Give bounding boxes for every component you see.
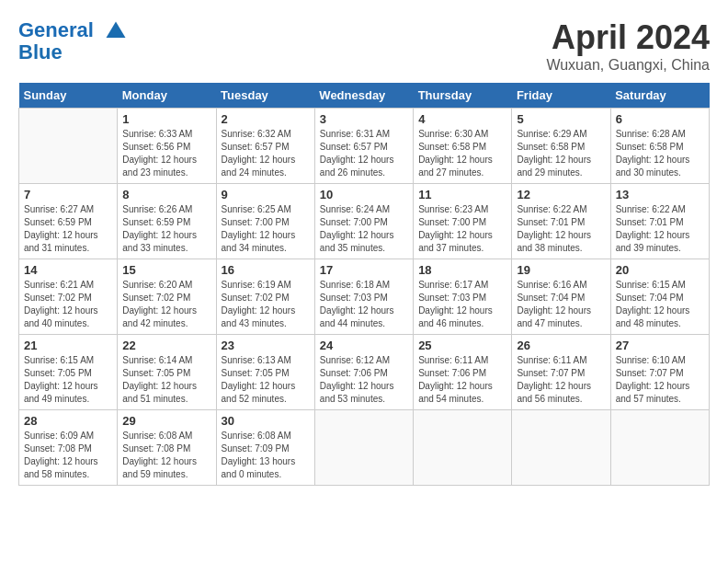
day-info: Sunrise: 6:18 AM Sunset: 7:03 PM Dayligh… bbox=[320, 279, 408, 330]
weekday-friday: Friday bbox=[512, 83, 610, 109]
day-info: Sunrise: 6:32 AM Sunset: 6:57 PM Dayligh… bbox=[222, 128, 310, 179]
location: Wuxuan, Guangxi, China bbox=[546, 57, 710, 74]
day-info: Sunrise: 6:11 AM Sunset: 7:06 PM Dayligh… bbox=[418, 354, 506, 406]
day-info: Sunrise: 6:16 AM Sunset: 7:04 PM Dayligh… bbox=[517, 279, 605, 330]
day-number: 22 bbox=[122, 339, 210, 352]
calendar-cell: 26Sunrise: 6:11 AM Sunset: 7:07 PM Dayli… bbox=[512, 335, 610, 410]
calendar-cell: 11Sunrise: 6:23 AM Sunset: 7:00 PM Dayli… bbox=[414, 184, 512, 259]
calendar-cell: 15Sunrise: 6:20 AM Sunset: 7:02 PM Dayli… bbox=[118, 259, 216, 335]
day-number: 16 bbox=[222, 263, 310, 277]
calendar-cell: 4Sunrise: 6:30 AM Sunset: 6:58 PM Daylig… bbox=[414, 109, 512, 184]
calendar-cell: 9Sunrise: 6:25 AM Sunset: 7:00 PM Daylig… bbox=[216, 184, 314, 259]
calendar-cell: 16Sunrise: 6:19 AM Sunset: 7:02 PM Dayli… bbox=[216, 259, 314, 335]
day-number: 24 bbox=[320, 339, 408, 352]
day-info: Sunrise: 6:10 AM Sunset: 7:07 PM Dayligh… bbox=[616, 354, 704, 406]
week-row-5: 28Sunrise: 6:09 AM Sunset: 7:08 PM Dayli… bbox=[19, 410, 710, 486]
day-number: 27 bbox=[616, 339, 704, 352]
day-number: 15 bbox=[122, 263, 210, 277]
day-number: 13 bbox=[616, 188, 704, 201]
weekday-thursday: Thursday bbox=[414, 83, 512, 109]
day-number: 2 bbox=[222, 112, 310, 126]
day-info: Sunrise: 6:31 AM Sunset: 6:57 PM Dayligh… bbox=[320, 128, 408, 179]
calendar-cell bbox=[512, 410, 610, 486]
calendar-cell bbox=[19, 109, 118, 184]
day-number: 7 bbox=[24, 188, 112, 201]
calendar-cell: 14Sunrise: 6:21 AM Sunset: 7:02 PM Dayli… bbox=[19, 259, 118, 335]
day-number: 20 bbox=[616, 263, 704, 277]
day-number: 1 bbox=[122, 112, 210, 126]
day-info: Sunrise: 6:21 AM Sunset: 7:02 PM Dayligh… bbox=[24, 279, 112, 330]
day-info: Sunrise: 6:22 AM Sunset: 7:01 PM Dayligh… bbox=[616, 203, 704, 255]
calendar-cell: 3Sunrise: 6:31 AM Sunset: 6:57 PM Daylig… bbox=[314, 109, 413, 184]
day-number: 21 bbox=[24, 339, 112, 352]
month-title: April 2024 bbox=[546, 18, 710, 57]
day-info: Sunrise: 6:12 AM Sunset: 7:06 PM Dayligh… bbox=[320, 354, 408, 406]
day-info: Sunrise: 6:27 AM Sunset: 6:59 PM Dayligh… bbox=[24, 203, 112, 255]
day-number: 28 bbox=[24, 414, 112, 428]
day-info: Sunrise: 6:08 AM Sunset: 7:09 PM Dayligh… bbox=[222, 430, 310, 481]
calendar-cell: 30Sunrise: 6:08 AM Sunset: 7:09 PM Dayli… bbox=[216, 410, 314, 486]
day-number: 12 bbox=[517, 188, 605, 201]
day-number: 18 bbox=[418, 263, 506, 277]
day-info: Sunrise: 6:19 AM Sunset: 7:02 PM Dayligh… bbox=[222, 279, 310, 330]
calendar-cell: 18Sunrise: 6:17 AM Sunset: 7:03 PM Dayli… bbox=[414, 259, 512, 335]
calendar-cell bbox=[314, 410, 413, 486]
calendar-cell: 5Sunrise: 6:29 AM Sunset: 6:58 PM Daylig… bbox=[512, 109, 610, 184]
day-info: Sunrise: 6:23 AM Sunset: 7:00 PM Dayligh… bbox=[418, 203, 506, 255]
page-header: General Blue April 2024 Wuxuan, Guangxi,… bbox=[18, 18, 710, 74]
day-info: Sunrise: 6:17 AM Sunset: 7:03 PM Dayligh… bbox=[418, 279, 506, 330]
calendar-cell: 12Sunrise: 6:22 AM Sunset: 7:01 PM Dayli… bbox=[512, 184, 610, 259]
week-row-2: 7Sunrise: 6:27 AM Sunset: 6:59 PM Daylig… bbox=[19, 184, 710, 259]
day-info: Sunrise: 6:11 AM Sunset: 7:07 PM Dayligh… bbox=[517, 354, 605, 406]
calendar-cell: 24Sunrise: 6:12 AM Sunset: 7:06 PM Dayli… bbox=[314, 335, 413, 410]
day-info: Sunrise: 6:33 AM Sunset: 6:56 PM Dayligh… bbox=[122, 128, 210, 179]
calendar-body: 1Sunrise: 6:33 AM Sunset: 6:56 PM Daylig… bbox=[19, 109, 710, 486]
weekday-monday: Monday bbox=[118, 83, 216, 109]
calendar-cell: 17Sunrise: 6:18 AM Sunset: 7:03 PM Dayli… bbox=[314, 259, 413, 335]
week-row-4: 21Sunrise: 6:15 AM Sunset: 7:05 PM Dayli… bbox=[19, 335, 710, 410]
day-number: 19 bbox=[517, 263, 605, 277]
calendar-cell: 13Sunrise: 6:22 AM Sunset: 7:01 PM Dayli… bbox=[610, 184, 709, 259]
day-number: 3 bbox=[320, 112, 408, 126]
weekday-sunday: Sunday bbox=[19, 83, 118, 109]
week-row-3: 14Sunrise: 6:21 AM Sunset: 7:02 PM Dayli… bbox=[19, 259, 710, 335]
calendar-cell: 29Sunrise: 6:08 AM Sunset: 7:08 PM Dayli… bbox=[118, 410, 216, 486]
calendar-cell: 1Sunrise: 6:33 AM Sunset: 6:56 PM Daylig… bbox=[118, 109, 216, 184]
day-info: Sunrise: 6:22 AM Sunset: 7:01 PM Dayligh… bbox=[517, 203, 605, 255]
day-number: 26 bbox=[517, 339, 605, 352]
week-row-1: 1Sunrise: 6:33 AM Sunset: 6:56 PM Daylig… bbox=[19, 109, 710, 184]
day-info: Sunrise: 6:30 AM Sunset: 6:58 PM Dayligh… bbox=[418, 128, 506, 179]
calendar-cell: 25Sunrise: 6:11 AM Sunset: 7:06 PM Dayli… bbox=[414, 335, 512, 410]
calendar-cell: 23Sunrise: 6:13 AM Sunset: 7:05 PM Dayli… bbox=[216, 335, 314, 410]
day-info: Sunrise: 6:28 AM Sunset: 6:58 PM Dayligh… bbox=[616, 128, 704, 179]
day-info: Sunrise: 6:08 AM Sunset: 7:08 PM Dayligh… bbox=[122, 430, 210, 481]
day-number: 9 bbox=[222, 188, 310, 201]
calendar-cell: 21Sunrise: 6:15 AM Sunset: 7:05 PM Dayli… bbox=[19, 335, 118, 410]
calendar-cell: 19Sunrise: 6:16 AM Sunset: 7:04 PM Dayli… bbox=[512, 259, 610, 335]
day-info: Sunrise: 6:25 AM Sunset: 7:00 PM Dayligh… bbox=[222, 203, 310, 255]
day-number: 29 bbox=[122, 414, 210, 428]
day-info: Sunrise: 6:24 AM Sunset: 7:00 PM Dayligh… bbox=[320, 203, 408, 255]
day-number: 6 bbox=[616, 112, 704, 126]
day-number: 14 bbox=[24, 263, 112, 277]
calendar-cell: 28Sunrise: 6:09 AM Sunset: 7:08 PM Dayli… bbox=[19, 410, 118, 486]
day-number: 4 bbox=[418, 112, 506, 126]
weekday-header-row: SundayMondayTuesdayWednesdayThursdayFrid… bbox=[19, 83, 710, 109]
calendar-cell: 22Sunrise: 6:14 AM Sunset: 7:05 PM Dayli… bbox=[118, 335, 216, 410]
day-info: Sunrise: 6:14 AM Sunset: 7:05 PM Dayligh… bbox=[122, 354, 210, 406]
day-info: Sunrise: 6:15 AM Sunset: 7:05 PM Dayligh… bbox=[24, 354, 112, 406]
day-info: Sunrise: 6:09 AM Sunset: 7:08 PM Dayligh… bbox=[24, 430, 112, 481]
calendar-table: SundayMondayTuesdayWednesdayThursdayFrid… bbox=[18, 83, 710, 486]
weekday-saturday: Saturday bbox=[610, 83, 709, 109]
day-number: 10 bbox=[320, 188, 408, 201]
calendar-cell: 2Sunrise: 6:32 AM Sunset: 6:57 PM Daylig… bbox=[216, 109, 314, 184]
calendar-cell: 27Sunrise: 6:10 AM Sunset: 7:07 PM Dayli… bbox=[610, 335, 709, 410]
day-number: 23 bbox=[222, 339, 310, 352]
day-info: Sunrise: 6:26 AM Sunset: 6:59 PM Dayligh… bbox=[122, 203, 210, 255]
day-number: 8 bbox=[122, 188, 210, 201]
day-info: Sunrise: 6:29 AM Sunset: 6:58 PM Dayligh… bbox=[517, 128, 605, 179]
day-info: Sunrise: 6:15 AM Sunset: 7:04 PM Dayligh… bbox=[616, 279, 704, 330]
calendar-cell bbox=[610, 410, 709, 486]
weekday-wednesday: Wednesday bbox=[314, 83, 413, 109]
weekday-tuesday: Tuesday bbox=[216, 83, 314, 109]
